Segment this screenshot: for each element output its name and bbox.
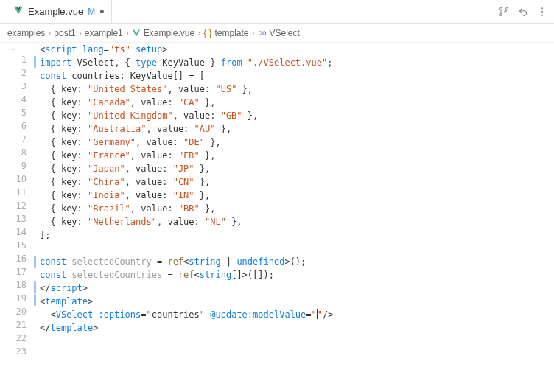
code-token: countries xyxy=(71,71,119,81)
more-menu-icon[interactable] xyxy=(536,6,548,18)
code-token: string xyxy=(189,256,220,267)
code-line[interactable] xyxy=(40,335,333,348)
code-token: : xyxy=(77,190,88,200)
breadcrumb-item[interactable]: examples xyxy=(7,28,45,38)
line-number[interactable]: 1 xyxy=(0,53,27,66)
code-token: script xyxy=(50,283,82,293)
line-number[interactable]: 17 xyxy=(0,265,27,279)
vue-file-icon xyxy=(132,29,141,38)
breadcrumb-item[interactable]: Example.vue xyxy=(132,28,194,38)
code-token: : xyxy=(77,177,88,187)
code-token: :options xyxy=(99,309,141,320)
rail-mark xyxy=(34,156,36,168)
git-branch-icon[interactable] xyxy=(498,6,510,18)
line-number[interactable]: 18 xyxy=(0,279,27,292)
code-line[interactable]: </template> xyxy=(40,321,333,335)
code-line[interactable]: { key: "Netherlands", value: "NL" }, xyxy=(40,215,333,228)
rail-mark xyxy=(34,281,36,293)
breadcrumb-label: example1 xyxy=(85,28,123,38)
line-number[interactable]: 7 xyxy=(0,133,27,146)
code-line[interactable]: { key: "India", value: "IN" }, xyxy=(40,189,333,202)
code-token: { xyxy=(40,217,61,227)
code-line[interactable]: { key: "Canada", value: "CA" }, xyxy=(40,96,333,109)
tab-modified-marker: M xyxy=(88,7,95,17)
code-token: countries xyxy=(152,309,200,320)
code-line[interactable]: const countries: KeyValue[] = [ xyxy=(40,69,333,83)
line-number[interactable]: 3 xyxy=(0,80,27,93)
code-area[interactable]: <script lang="ts" setup>import VSelect, … xyxy=(38,43,333,392)
line-number[interactable]: 14 xyxy=(0,225,27,239)
code-line[interactable]: { key: "Japan", value: "JP" }, xyxy=(40,162,333,175)
line-number[interactable]: 6 xyxy=(0,119,27,133)
revert-icon[interactable] xyxy=(517,6,529,18)
code-token: { xyxy=(40,190,61,200)
code-token: ; xyxy=(327,57,332,68)
code-line[interactable]: { key: "Germany", value: "DE" }, xyxy=(40,136,333,149)
line-number[interactable]: 23 xyxy=(0,345,27,358)
code-token: value xyxy=(183,111,210,121)
code-token xyxy=(77,44,83,55)
code-line[interactable]: const selectedCountries = ref<string[]>(… xyxy=(40,268,333,281)
line-number[interactable]: 10 xyxy=(0,172,27,186)
breadcrumb-item[interactable]: VSelect xyxy=(258,28,300,38)
code-line[interactable]: { key: "Brazil", value: "BR" }, xyxy=(40,202,333,215)
line-number[interactable]: 2 xyxy=(0,66,27,80)
line-number[interactable]: 22 xyxy=(0,332,27,345)
rail-mark xyxy=(34,231,36,243)
code-line[interactable] xyxy=(40,242,333,255)
code-token: selectedCountry xyxy=(71,256,151,267)
code-token: }, xyxy=(205,137,221,147)
code-line[interactable]: import VSelect, { type KeyValue } from "… xyxy=(40,56,333,69)
code-line[interactable]: { key: "France", value: "FR" }, xyxy=(40,149,333,162)
fold-ellipsis-icon[interactable]: ⋯ xyxy=(0,43,27,53)
code-token: key xyxy=(61,177,77,187)
line-number[interactable]: 11 xyxy=(0,186,27,199)
line-number[interactable]: 5 xyxy=(0,106,27,119)
code-token: : xyxy=(173,137,183,147)
code-editor[interactable]: ⋯ 1234567891011121314151617181920212223 … xyxy=(0,43,554,392)
code-line[interactable]: { key: "Australia", value: "AU" }, xyxy=(40,122,333,136)
code-token: , xyxy=(130,97,141,108)
code-token: "./VSelect.vue" xyxy=(248,57,327,68)
code-line[interactable]: const selectedCountry = ref<string | und… xyxy=(40,255,333,268)
line-number[interactable]: 8 xyxy=(0,146,27,159)
code-token: "France" xyxy=(88,150,130,161)
code-token: > xyxy=(162,44,167,55)
breadcrumb-item[interactable]: { }template xyxy=(203,28,248,38)
code-token: { xyxy=(40,137,61,147)
line-number[interactable]: 20 xyxy=(0,305,27,318)
line-number[interactable]: 4 xyxy=(0,93,27,106)
line-number[interactable]: 12 xyxy=(0,199,27,212)
code-token: > xyxy=(93,323,98,333)
code-line[interactable]: </script> xyxy=(40,281,333,295)
code-token: { xyxy=(40,84,61,94)
code-token: key xyxy=(61,97,77,108)
code-line[interactable]: <VSelect :options="countries" @update:mo… xyxy=(40,308,333,321)
line-number[interactable]: 13 xyxy=(0,212,27,225)
code-token: const xyxy=(40,256,66,267)
code-token: string xyxy=(200,270,231,280)
line-number[interactable]: 15 xyxy=(0,239,27,252)
code-line[interactable]: { key: "China", value: "CN" }, xyxy=(40,175,333,189)
code-token: : xyxy=(77,203,88,214)
code-token: "US" xyxy=(215,84,236,94)
line-number[interactable]: 16 xyxy=(0,252,27,265)
code-line[interactable]: ]; xyxy=(40,228,333,242)
breadcrumb-item[interactable]: post1 xyxy=(54,28,75,38)
code-token: lang xyxy=(83,44,104,55)
code-token: value xyxy=(141,97,167,108)
code-line[interactable]: { key: "United States", value: "US" }, xyxy=(40,83,333,96)
line-number[interactable]: 9 xyxy=(0,159,27,172)
code-line[interactable]: { key: "United Kingdom", value: "GB" }, xyxy=(40,109,333,122)
code-token: " xyxy=(200,309,205,320)
code-line[interactable]: <template> xyxy=(40,295,333,308)
rail-mark xyxy=(34,69,36,80)
line-number[interactable]: 19 xyxy=(0,292,27,305)
breadcrumb-item[interactable]: example1 xyxy=(85,28,123,38)
tab-example-vue[interactable]: Example.vue M • xyxy=(6,0,112,23)
code-line[interactable]: <script lang="ts" setup> xyxy=(40,43,333,56)
code-token: key xyxy=(61,124,77,134)
code-token: "United Kingdom" xyxy=(88,111,173,121)
code-token: : xyxy=(77,137,88,147)
line-number[interactable]: 21 xyxy=(0,318,27,332)
